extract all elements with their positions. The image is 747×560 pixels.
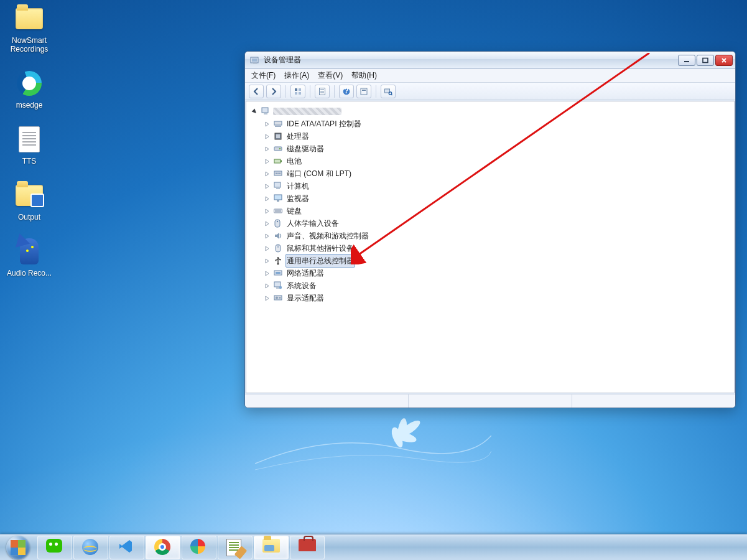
menu-action[interactable]: 操作(A) (284, 70, 309, 81)
desktop-icon-tts[interactable]: TTS (5, 124, 53, 166)
tree-node-usb[interactable]: 通用串行总线控制器 (264, 254, 731, 267)
svg-rect-17 (385, 89, 390, 93)
expand-toggle[interactable] (264, 195, 271, 202)
ie-icon (82, 539, 98, 555)
toolbar-help-button[interactable]: ? (339, 85, 354, 98)
tree-node-label: 电池 (285, 155, 303, 167)
expand-toggle[interactable] (264, 258, 271, 264)
monitor-icon (273, 194, 283, 203)
expand-toggle[interactable] (264, 158, 271, 165)
tree-node-label: 通用串行总线控制器 (285, 254, 355, 268)
minimize-button[interactable] (678, 55, 695, 66)
folder-icon (16, 8, 43, 29)
expand-toggle[interactable] (264, 121, 271, 128)
expand-toggle[interactable] (264, 133, 271, 140)
sound-icon (273, 231, 283, 241)
menu-view[interactable]: 查看(V) (318, 70, 343, 81)
tree-node-ide[interactable]: IDE ATA/ATAPI 控制器 (264, 118, 731, 130)
tree-view[interactable]: IDE ATA/ATAPI 控制器处理器磁盘驱动器电池端口 (COM 和 LPT… (246, 101, 735, 393)
tree-node-label: 处理器 (285, 130, 310, 142)
svg-rect-35 (276, 188, 280, 189)
tree-node-label: 键盘 (285, 205, 303, 217)
close-button[interactable] (715, 55, 733, 66)
expand-toggle[interactable] (264, 245, 271, 252)
svg-point-33 (279, 173, 281, 174)
expand-toggle[interactable] (264, 270, 271, 277)
toolbar-scan-button[interactable] (381, 85, 396, 98)
device-manager-window[interactable]: 设备管理器 文件(F) 操作(A) 查看(V) 帮助(H) (244, 51, 736, 408)
taskbar-item-explorer[interactable] (254, 536, 289, 559)
taskbar-item-wechat[interactable] (37, 536, 72, 559)
titlebar[interactable]: 设备管理器 (245, 52, 735, 69)
tree-node-hid[interactable]: 人体学输入设备 (264, 217, 731, 230)
tree-node-mouse[interactable]: 鼠标和其他指针设备 (264, 242, 731, 254)
svg-rect-46 (275, 259, 276, 261)
start-button[interactable] (1, 535, 35, 560)
svg-rect-50 (274, 282, 281, 287)
svg-rect-20 (262, 108, 268, 113)
toolbar-showtree-button[interactable] (290, 85, 305, 98)
tree-node-label: 计算机 (285, 180, 310, 192)
expand-toggle[interactable] (264, 295, 271, 302)
beachball-icon (190, 539, 205, 554)
tree-node-cpu[interactable]: 处理器 (264, 130, 731, 142)
tree-node-ports[interactable]: 端口 (COM 和 LPT) (264, 167, 731, 180)
expand-toggle[interactable] (264, 170, 271, 177)
windows-orb-icon (6, 536, 30, 559)
tree-node-label: 磁盘驱动器 (285, 142, 325, 155)
menu-help[interactable]: 帮助(H) (351, 70, 377, 81)
tree-node-label: IDE ATA/ATAPI 控制器 (285, 118, 363, 130)
tree-node-sound[interactable]: 声音、视频和游戏控制器 (264, 230, 731, 242)
tree-node-battery[interactable]: 电池 (264, 155, 731, 167)
tree-node-network[interactable]: 网络适配器 (264, 267, 731, 279)
toolbox-icon (299, 539, 316, 551)
expand-toggle[interactable] (264, 208, 271, 215)
svg-rect-15 (361, 88, 367, 95)
toolbar-back-button[interactable] (249, 85, 264, 98)
expand-toggle[interactable] (264, 183, 271, 190)
gpu-icon (273, 293, 283, 303)
svg-rect-22 (274, 121, 282, 125)
toolbar-filter-button[interactable] (356, 85, 371, 98)
taskbar-item-chrome[interactable] (146, 536, 180, 559)
mouse-icon (273, 243, 283, 253)
desktop-icon-audio-reco[interactable]: Audio Reco... (5, 236, 53, 278)
tree-node-display[interactable]: 显示适配器 (264, 292, 731, 304)
taskbar-item-beachball[interactable] (182, 536, 216, 559)
expand-toggle[interactable] (264, 220, 271, 227)
taskbar-item-notepadpp[interactable] (218, 536, 253, 559)
desktop-icon-output[interactable]: Output (5, 180, 53, 222)
tree-node-disk[interactable]: 磁盘驱动器 (264, 142, 731, 155)
svg-text:?: ? (344, 87, 348, 95)
tree-node-monitor[interactable]: 监视器 (264, 192, 731, 205)
desktop-icon-nowsmart-recordings[interactable]: NowSmart Recordings (5, 4, 53, 54)
expand-toggle[interactable] (264, 233, 271, 240)
properties-icon (318, 87, 327, 96)
desktop[interactable]: NowSmart Recordings msedge TTS Output Au… (0, 0, 747, 560)
tree-node-system[interactable]: 系统设备 (264, 279, 731, 292)
tree-node-computer[interactable]: 计算机 (264, 180, 731, 192)
svg-rect-16 (362, 90, 366, 91)
desktop-icon-msedge[interactable]: msedge (5, 68, 53, 110)
taskbar-item-vscode[interactable] (109, 536, 144, 559)
wechat-icon (46, 539, 62, 553)
svg-rect-25 (276, 134, 280, 138)
toolbar-properties-button[interactable] (315, 85, 330, 98)
keyboard-icon (273, 206, 283, 216)
tree-node-label: 显示适配器 (285, 292, 325, 304)
expand-toggle[interactable] (264, 146, 271, 152)
expand-toggle[interactable] (264, 282, 271, 289)
taskbar-item-toolbox[interactable] (290, 536, 325, 559)
tree-root[interactable] (251, 105, 731, 118)
menu-file[interactable]: 文件(F) (251, 70, 276, 81)
tree-node-keyboard[interactable]: 键盘 (264, 205, 731, 217)
menubar: 文件(F) 操作(A) 查看(V) 帮助(H) (245, 69, 735, 83)
arrow-right-icon (269, 87, 278, 96)
taskbar-item-ie[interactable] (73, 536, 108, 559)
expand-toggle[interactable] (251, 108, 258, 115)
toolbar-forward-button[interactable] (266, 85, 281, 98)
svg-rect-36 (274, 195, 282, 200)
svg-rect-23 (275, 126, 281, 127)
taskbar[interactable] (0, 534, 747, 560)
maximize-button[interactable] (697, 55, 714, 66)
